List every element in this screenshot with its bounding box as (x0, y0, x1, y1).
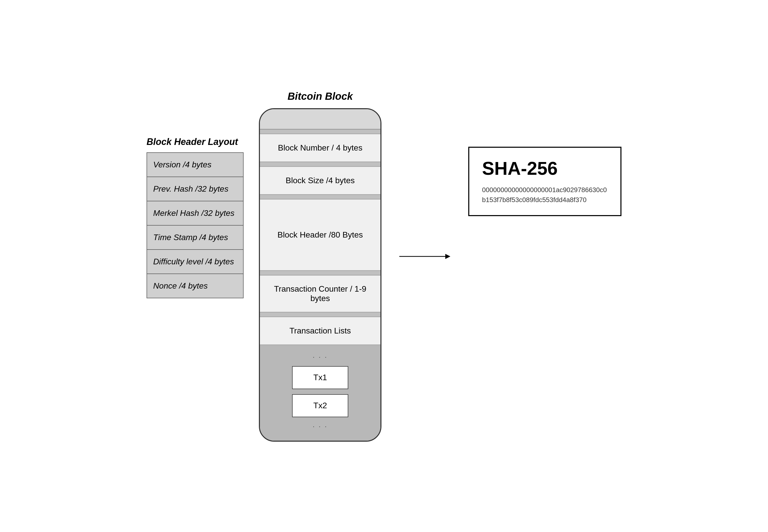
sep-3 (260, 195, 380, 200)
header-row-nonce: Nonce /4 bytes (147, 274, 243, 298)
sep-5 (260, 313, 380, 317)
block-bottom-area: · · · Tx1 Tx2 · · · (260, 345, 380, 441)
center-panel: Bitcoin Block Block Number / 4 bytes Blo… (259, 91, 381, 442)
diagram-container: Block Header Layout Version /4 bytes Pre… (121, 70, 647, 462)
dots-bottom: · · · (313, 422, 328, 430)
dots-top: · · · (313, 353, 328, 361)
header-row-difficulty: Difficulty level /4 bytes (147, 250, 243, 274)
left-panel: Block Header Layout Version /4 bytes Pre… (146, 137, 243, 298)
bitcoin-block-title: Bitcoin Block (287, 91, 353, 102)
sep-4 (260, 271, 380, 276)
tx1-box: Tx1 (292, 366, 348, 389)
sep-1 (260, 130, 380, 134)
block-top-cap (260, 109, 380, 130)
header-row-prev-hash: Prev. Hash /32 bytes (147, 177, 243, 201)
block-container: Block Number / 4 bytes Block Size /4 byt… (259, 108, 381, 442)
transaction-counter-section: Transaction Counter / 1-9 bytes (260, 276, 380, 313)
block-header-layout-title: Block Header Layout (146, 137, 238, 147)
header-row-merkel-hash: Merkel Hash /32 bytes (147, 201, 243, 226)
block-number-section: Block Number / 4 bytes (260, 134, 380, 162)
tx2-box: Tx2 (292, 394, 348, 417)
transaction-lists-section: Transaction Lists (260, 317, 380, 345)
block-size-section: Block Size /4 bytes (260, 167, 380, 195)
sha-box: SHA-256 00000000000000000001ac9029786630… (468, 147, 622, 216)
arrow-svg (397, 249, 453, 264)
sha-hash: 00000000000000000001ac9029786630c0b153f7… (482, 185, 608, 205)
right-panel: SHA-256 00000000000000000001ac9029786630… (468, 147, 622, 216)
sha-title: SHA-256 (482, 158, 608, 179)
block-header-section: Block Header /80 Bytes (260, 200, 380, 271)
header-layout-box: Version /4 bytes Prev. Hash /32 bytes Me… (146, 152, 243, 298)
svg-marker-1 (445, 254, 451, 259)
header-row-version: Version /4 bytes (147, 153, 243, 177)
arrow-container (397, 249, 453, 264)
header-row-timestamp: Time Stamp /4 bytes (147, 226, 243, 250)
sep-2 (260, 162, 380, 167)
